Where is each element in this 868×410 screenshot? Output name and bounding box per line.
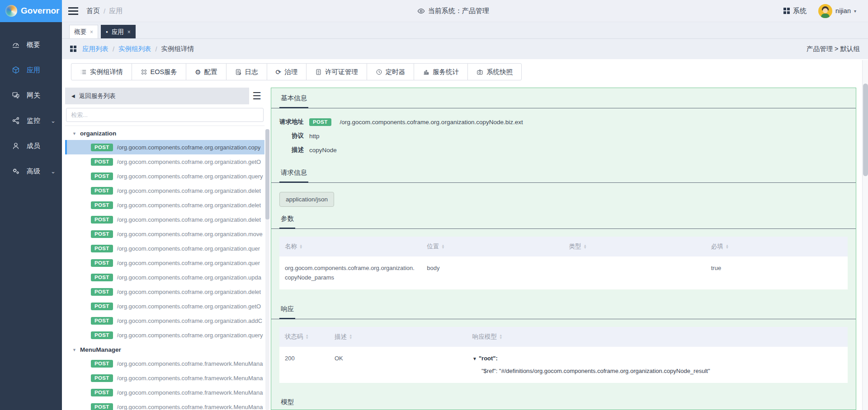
tab-label: 治理 (284, 68, 297, 76)
breadcrumb-link-instance-group-list[interactable]: 实例组列表 (118, 45, 151, 53)
toolbar: 实例组详情 EOS服务 ⚙ 配置 日志 ⟳ (71, 63, 522, 80)
sidebar-item-gateway[interactable]: 网关 (0, 83, 62, 108)
column-header-type[interactable]: 类型 ▲▼ (564, 242, 706, 251)
system-menu-button[interactable]: 系统 (783, 7, 807, 15)
column-header-response-model[interactable]: 响应模型 ▲▼ (467, 333, 848, 341)
tab-label: 定时器 (386, 68, 406, 76)
tree-group-organization[interactable]: ▼ organization (65, 126, 264, 140)
service-item[interactable]: POST /org.gocom.components.coframe.frame… (65, 400, 264, 410)
params-table: 名称 ▲▼ 位置 ▲▼ 类型 ▲▼ (279, 237, 848, 289)
service-path: /org.gocom.components.coframe.org.organi… (117, 202, 261, 209)
avatar (818, 4, 832, 18)
tab-chip-applications[interactable]: ● 应用 × (101, 25, 136, 38)
cell-response-model: ▼"root": "$ref": "#/definitions/org.goco… (467, 347, 848, 383)
service-item[interactable]: POST /org.gocom.components.coframe.frame… (65, 371, 264, 385)
cell-required: true (706, 256, 848, 289)
service-item[interactable]: POST /org.gocom.components.coframe.org.o… (65, 198, 264, 212)
service-item[interactable]: POST /org.gocom.components.coframe.org.o… (65, 284, 264, 299)
scrollbar-thumb[interactable] (265, 129, 269, 219)
back-label: 返回服务列表 (79, 92, 116, 100)
back-to-service-list-button[interactable]: ◀ 返回服务列表 (65, 88, 249, 104)
sort-icon[interactable]: ▲▼ (299, 244, 302, 249)
tab-label: 服务统计 (433, 68, 459, 76)
service-item[interactable]: POST /org.gocom.components.coframe.org.o… (65, 154, 264, 169)
tab-service-statistics[interactable]: 服务统计 (414, 63, 468, 80)
tab-governance[interactable]: ⟳ 治理 (267, 63, 307, 80)
service-item[interactable]: POST /org.gocom.components.coframe.org.o… (65, 313, 264, 328)
sidebar-item-label: 概要 (27, 41, 40, 49)
sidebar-item-monitoring[interactable]: 监控 ⌄ (0, 108, 62, 133)
tab-label: 系统快照 (486, 68, 513, 76)
method-badge: POST (91, 303, 113, 310)
breadcrumb-separator: / (113, 46, 114, 53)
user-dropdown-caret-icon: ▾ (854, 9, 856, 14)
sort-icon[interactable]: ▲▼ (726, 244, 729, 249)
service-list-scrollbar[interactable] (265, 129, 269, 410)
tab-system-snapshot[interactable]: 系统快照 (467, 63, 522, 80)
service-item[interactable]: POST /org.gocom.components.coframe.org.o… (65, 212, 264, 227)
column-header-name[interactable]: 名称 ▲▼ (279, 242, 421, 251)
panel-menu-icon[interactable]: ☰ (249, 88, 264, 104)
column-header-position[interactable]: 位置 ▲▼ (421, 242, 563, 251)
column-header-description[interactable]: 描述 ▲▼ (329, 333, 467, 341)
sort-icon[interactable]: ▲▼ (349, 334, 352, 339)
column-header-required[interactable]: 必填 ▲▼ (706, 242, 848, 251)
log-file-icon (235, 69, 242, 75)
tree-caret-icon: ▼ (472, 356, 477, 361)
service-item[interactable]: POST /org.gocom.components.coframe.org.o… (65, 256, 264, 270)
section-title: 模型 (279, 392, 295, 410)
sort-icon[interactable]: ▲▼ (441, 244, 444, 249)
tab-configuration[interactable]: ⚙ 配置 (186, 63, 226, 80)
service-item[interactable]: POST /org.gocom.components.coframe.org.o… (65, 299, 264, 313)
service-item[interactable]: POST /org.gocom.components.coframe.org.o… (65, 328, 264, 342)
tab-chip-overview[interactable]: 概要 × (69, 25, 98, 38)
tab-eos-services[interactable]: EOS服务 (132, 63, 187, 80)
service-path: /org.gocom.components.coframe.org.organi… (117, 317, 263, 324)
sort-icon[interactable]: ▲▼ (306, 334, 309, 339)
tab-instance-group-detail[interactable]: 实例组详情 (71, 63, 132, 80)
tree-group-menumanager[interactable]: ▼ MenuManager (65, 342, 264, 356)
sidebar-item-overview[interactable]: 概要 (0, 32, 62, 57)
sidebar-item-advanced[interactable]: 高级 ⌄ (0, 158, 62, 184)
service-item[interactable]: POST /org.gocom.components.coframe.frame… (65, 385, 264, 400)
page-scrollbar[interactable] (862, 60, 868, 410)
search-input[interactable] (66, 108, 264, 122)
tab-label: 日志 (245, 68, 258, 76)
system-menu-label: 系统 (793, 7, 807, 15)
sort-icon[interactable]: ▲▼ (584, 244, 587, 249)
service-item[interactable]: POST /org.gocom.components.coframe.org.o… (65, 169, 264, 183)
service-item[interactable]: POST /org.gocom.components.coframe.org.o… (65, 140, 264, 154)
eye-icon (417, 7, 425, 15)
close-icon[interactable]: × (90, 29, 93, 35)
model-root-line[interactable]: ▼"root": (472, 354, 842, 363)
sort-icon[interactable]: ▲▼ (499, 334, 502, 339)
method-badge: POST (91, 230, 113, 238)
service-path: /org.gocom.components.coframe.org.organi… (117, 289, 261, 295)
share-nodes-icon (12, 116, 20, 125)
breadcrumb-link-app-list[interactable]: 应用列表 (82, 45, 108, 53)
model-ref-line: "$ref": "#/definitions/org.gocom.compone… (481, 366, 842, 376)
sidebar-collapse-icon[interactable] (68, 5, 78, 17)
service-item[interactable]: POST /org.gocom.components.coframe.frame… (65, 356, 264, 371)
tab-timer[interactable]: 定时器 (367, 63, 415, 80)
sidebar-item-applications[interactable]: 应用 (0, 57, 62, 83)
grid-icon (70, 46, 77, 52)
method-badge: POST (91, 389, 113, 396)
sidebar-item-members[interactable]: 成员 (0, 133, 62, 158)
column-header-status-code[interactable]: 状态码 ▲▼ (279, 333, 329, 341)
service-path: /org.gocom.components.coframe.org.organi… (117, 245, 260, 252)
breadcrumb-home[interactable]: 首页 (86, 7, 100, 15)
service-item[interactable]: POST /org.gocom.components.coframe.org.o… (65, 227, 264, 241)
user-menu-button[interactable]: nijian ▾ (818, 4, 856, 18)
service-path: /org.gocom.components.coframe.org.organi… (117, 260, 260, 266)
tab-logs[interactable]: 日志 (226, 63, 267, 80)
basic-info-fields: 请求地址 POST /org.gocom.components.coframe.… (271, 108, 856, 163)
service-item[interactable]: POST /org.gocom.components.coframe.org.o… (65, 241, 264, 256)
scrollbar-thumb[interactable] (863, 84, 868, 176)
close-icon[interactable]: × (127, 29, 131, 35)
content-type-chip[interactable]: application/json (279, 192, 334, 207)
service-item[interactable]: POST /org.gocom.components.coframe.org.o… (65, 183, 264, 198)
method-badge: POST (91, 288, 113, 296)
tab-license-management[interactable]: 许可证管理 (306, 63, 367, 80)
service-item[interactable]: POST /org.gocom.components.coframe.org.o… (65, 270, 264, 284)
